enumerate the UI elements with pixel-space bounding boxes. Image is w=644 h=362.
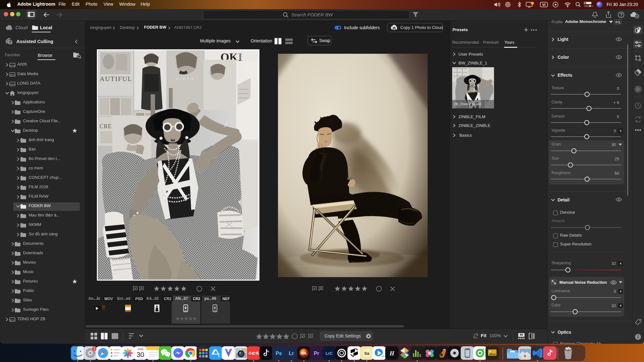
- svg-text:Ps: Ps: [276, 351, 282, 356]
- svg-text:H: H: [389, 350, 395, 357]
- svg-text:ev: ev: [382, 355, 385, 358]
- svg-text:1: 1: [93, 347, 95, 350]
- svg-text:JAN: JAN: [137, 348, 143, 351]
- svg-text:3DL: 3DL: [301, 351, 307, 355]
- svg-text:30: 30: [136, 351, 144, 359]
- svg-text:Sa: Sa: [364, 351, 370, 356]
- svg-text:Lr: Lr: [289, 351, 294, 356]
- svg-text:小红书: 小红书: [248, 351, 259, 355]
- svg-text:Pr: Pr: [314, 351, 319, 356]
- svg-text:LrC: LrC: [325, 351, 333, 356]
- svg-text:AUTIFUL: AUTIFUL: [100, 75, 132, 83]
- svg-text:VI: VI: [542, 3, 546, 7]
- svg-text:PICTU: PICTU: [176, 77, 195, 81]
